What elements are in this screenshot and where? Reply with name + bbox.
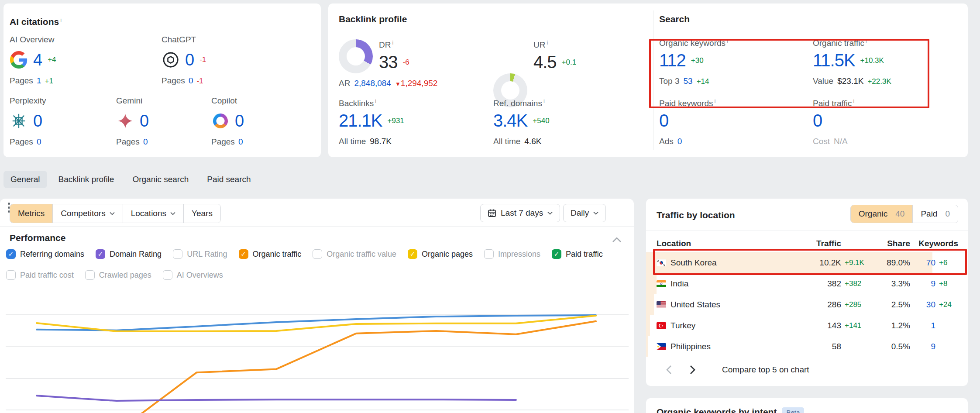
chatgpt-icon bbox=[162, 51, 180, 69]
ai-source-label: ChatGPT bbox=[162, 35, 268, 45]
checkbox-paid-traffic[interactable]: Paid traffic bbox=[552, 249, 603, 259]
competitors-dropdown[interactable]: Competitors bbox=[53, 204, 123, 223]
compare-top5-link[interactable]: Compare top 5 on chart bbox=[722, 365, 809, 375]
traffic-value: 286 bbox=[811, 300, 841, 310]
locations-dropdown[interactable]: Locations bbox=[123, 204, 184, 223]
paid-count: 0 bbox=[945, 209, 950, 219]
beta-badge: Beta bbox=[782, 407, 804, 413]
date-range-button[interactable]: Last 7 days bbox=[480, 204, 560, 222]
checkbox-url-rating[interactable]: URL Rating bbox=[173, 249, 227, 259]
chevron-down-icon bbox=[593, 211, 598, 215]
checkbox-organic-pages[interactable]: Organic pages bbox=[408, 249, 473, 259]
granularity-button[interactable]: Daily bbox=[563, 204, 606, 222]
chevron-down-icon bbox=[547, 211, 553, 215]
checkbox-checked-icon[interactable] bbox=[6, 249, 16, 259]
prev-page-button[interactable] bbox=[660, 361, 677, 379]
checkbox-impressions[interactable]: Impressions bbox=[484, 249, 540, 259]
info-icon[interactable]: i bbox=[853, 98, 854, 104]
checkbox-organic-traffic[interactable]: Organic traffic bbox=[239, 249, 302, 259]
share-bar bbox=[646, 273, 657, 294]
info-icon[interactable]: i bbox=[60, 17, 62, 23]
toggle-organic[interactable]: Organic40 bbox=[851, 205, 913, 223]
checkbox-organic-traffic-value[interactable]: Organic traffic value bbox=[313, 249, 396, 259]
dr-stat: DRi 33-6 bbox=[379, 39, 409, 72]
years-button[interactable]: Years bbox=[184, 204, 220, 223]
ur-stat: URi 4.5+0.1 bbox=[533, 39, 576, 72]
divider bbox=[646, 230, 968, 231]
ar-row: AR 2,848,084 ▼1,294,952 bbox=[339, 79, 437, 88]
metric-checkbox-row: Paid traffic costCrawled pagesAI Overvie… bbox=[6, 270, 223, 280]
checkbox-unchecked-icon[interactable] bbox=[484, 249, 494, 259]
tab-backlink-profile[interactable]: Backlink profile bbox=[52, 171, 121, 188]
checkbox-unchecked-icon[interactable] bbox=[163, 270, 172, 280]
checkbox-unchecked-icon[interactable] bbox=[313, 249, 322, 259]
checkbox-checked-icon[interactable] bbox=[408, 249, 417, 259]
share-bar bbox=[646, 336, 648, 357]
tab-paid-search[interactable]: Paid search bbox=[200, 171, 258, 188]
paid-traffic-stat: Paid traffici 0 CostN/A bbox=[813, 98, 854, 146]
info-icon[interactable]: i bbox=[392, 39, 393, 46]
info-icon[interactable]: i bbox=[547, 39, 548, 46]
checkbox-crawled-pages[interactable]: Crawled pages bbox=[85, 270, 151, 280]
share-value: 89.0% bbox=[875, 258, 910, 268]
ads-label: Ads bbox=[659, 137, 674, 146]
chevron-down-icon bbox=[170, 212, 175, 215]
info-icon[interactable]: i bbox=[727, 38, 728, 44]
tab-general[interactable]: General bbox=[3, 171, 47, 188]
col-keywords: Keywords bbox=[914, 239, 958, 248]
info-icon[interactable]: i bbox=[375, 98, 376, 104]
location-name: United States bbox=[671, 300, 720, 310]
ai-citation-ai-overview: AI Overview4+4Pages1+1 bbox=[10, 35, 116, 86]
info-icon[interactable]: i bbox=[543, 98, 545, 104]
ar-value: 2,848,084 bbox=[354, 79, 391, 88]
ar-label: AR bbox=[339, 79, 350, 88]
dr-donut bbox=[339, 39, 373, 73]
gemini-icon bbox=[116, 112, 134, 130]
checkbox-unchecked-icon[interactable] bbox=[85, 270, 95, 280]
info-icon[interactable]: i bbox=[715, 98, 716, 104]
alltime-label: All time bbox=[339, 137, 366, 146]
checkbox-domain-rating[interactable]: Domain Rating bbox=[96, 249, 162, 259]
checkbox-checked-icon[interactable] bbox=[96, 249, 105, 259]
keywords-delta: +6 bbox=[939, 258, 958, 267]
tab-organic-search[interactable]: Organic search bbox=[125, 171, 196, 188]
keywords-value: 70 bbox=[914, 258, 935, 268]
backlinks-label: Backlinks bbox=[339, 99, 374, 108]
ai-source-label: AI Overview bbox=[10, 35, 116, 45]
flag-us-icon bbox=[657, 301, 666, 308]
col-location: Location bbox=[657, 239, 807, 248]
toggle-paid[interactable]: Paid0 bbox=[913, 205, 958, 223]
checkbox-checked-icon[interactable] bbox=[239, 249, 248, 259]
checkbox-unchecked-icon[interactable] bbox=[173, 249, 182, 259]
checkbox-checked-icon[interactable] bbox=[552, 249, 561, 259]
location-name: South Korea bbox=[671, 258, 717, 268]
checkbox-label: Referring domains bbox=[20, 250, 84, 259]
location-row-turkey[interactable]: Turkey143+1411.2%1 bbox=[646, 315, 968, 336]
location-name: Turkey bbox=[671, 321, 695, 330]
top3-delta: +14 bbox=[697, 77, 709, 86]
ref-domains-stat: Ref. domainsi 3.4K+540 All time4.6K bbox=[493, 98, 550, 146]
checkbox-referring-domains[interactable]: Referring domains bbox=[6, 249, 84, 259]
checkbox-ai-overviews[interactable]: AI Overviews bbox=[163, 270, 223, 280]
collapse-section-button[interactable] bbox=[612, 235, 622, 245]
next-page-button[interactable] bbox=[684, 361, 701, 379]
google-icon bbox=[10, 51, 28, 69]
checkbox-paid-traffic-cost[interactable]: Paid traffic cost bbox=[6, 270, 74, 280]
share-value: 1.2% bbox=[875, 321, 910, 330]
location-row-united-states[interactable]: United States286+2852.5%30+24 bbox=[646, 294, 968, 315]
dr-delta: -6 bbox=[403, 58, 409, 67]
keywords-value: 30 bbox=[914, 300, 935, 310]
location-row-south-korea[interactable]: South Korea10.2K+9.1K89.0%70+6 bbox=[646, 252, 968, 273]
divider bbox=[0, 226, 634, 227]
ai-citation-copilot: Copilot0Pages0 bbox=[211, 96, 318, 147]
info-icon[interactable]: i bbox=[866, 38, 867, 44]
chevron-down-icon bbox=[110, 212, 115, 215]
checkbox-label: Organic traffic value bbox=[327, 250, 396, 259]
overview-main-card: Metrics Competitors Locations Years Last… bbox=[0, 199, 634, 413]
checkbox-unchecked-icon[interactable] bbox=[6, 270, 16, 280]
chevron-right-icon bbox=[690, 365, 695, 375]
performance-line-chart[interactable] bbox=[0, 288, 634, 413]
metrics-button[interactable]: Metrics bbox=[10, 204, 53, 223]
location-row-india[interactable]: India382+3823.3%9+8 bbox=[646, 273, 968, 294]
location-row-philippines[interactable]: Philippines580.5%9 bbox=[646, 336, 968, 357]
